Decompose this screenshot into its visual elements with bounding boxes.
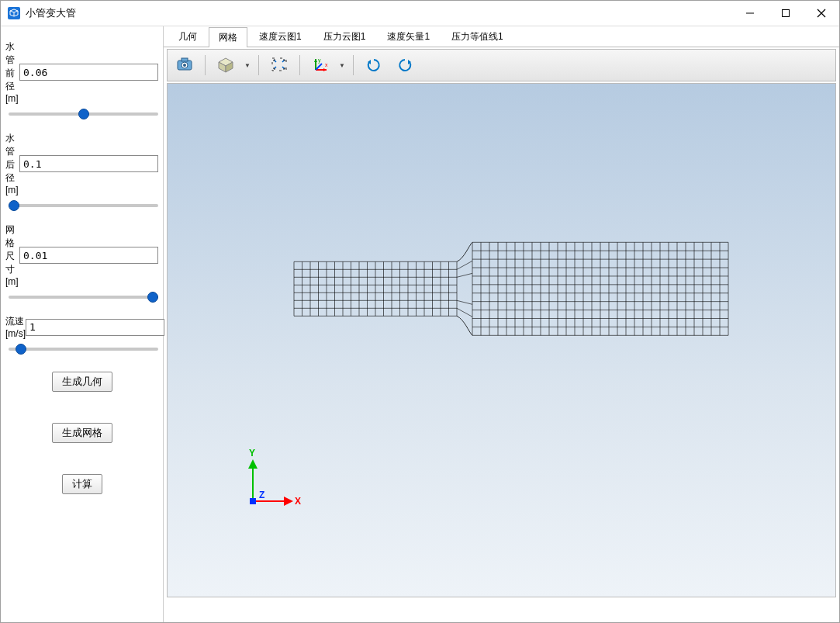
- svg-text:x: x: [325, 62, 328, 67]
- param-input-3[interactable]: [26, 319, 164, 336]
- svg-line-98: [457, 308, 472, 317]
- rotate-cw-button[interactable]: [360, 53, 388, 78]
- isometric-cube-button[interactable]: [212, 53, 240, 78]
- param-input-2[interactable]: [19, 247, 158, 264]
- tab-bar: 几何网格速度云图1压力云图1速度矢量1压力等值线1: [164, 26, 839, 47]
- tab-3[interactable]: 压力云图1: [313, 26, 376, 47]
- axes-icon: xy: [311, 56, 330, 75]
- isometric-cube-icon: [216, 56, 235, 75]
- tab-0[interactable]: 几何: [168, 26, 207, 47]
- content-area: 水管前径[m]水管后径[m]网格尺寸[m]流速[m/s] 生成几何 生成网格 计…: [1, 26, 839, 622]
- param-input-0[interactable]: [19, 64, 158, 81]
- fit-view-button[interactable]: [265, 53, 293, 78]
- fit-view-icon: [270, 56, 289, 75]
- svg-line-95: [457, 261, 472, 269]
- close-icon: [817, 9, 826, 18]
- app-window: 小管变大管 水管前径[m]水管后径[m]网格尺寸[m]流速[m/s] 生成几何 …: [0, 0, 840, 623]
- param-row: 水管后径[m]: [5, 132, 158, 196]
- param-slider-2[interactable]: [9, 296, 158, 299]
- maximize-icon: [781, 9, 790, 18]
- generate-geometry-button[interactable]: 生成几何: [52, 372, 112, 392]
- generate-mesh-button[interactable]: 生成网格: [52, 423, 112, 443]
- compute-button[interactable]: 计算: [62, 474, 102, 494]
- window-title: 小管变大管: [26, 6, 76, 20]
- param-row: 网格尺寸[m]: [5, 223, 158, 287]
- svg-line-97: [457, 300, 472, 304]
- tab-5[interactable]: 压力等值线1: [441, 26, 513, 47]
- app-icon: [7, 6, 21, 20]
- svg-rect-6: [181, 58, 188, 61]
- param-label: 网格尺寸[m]: [5, 223, 19, 287]
- param-label: 水管后径[m]: [5, 132, 19, 196]
- param-slider-0[interactable]: [9, 112, 158, 116]
- rotate-ccw-button[interactable]: [391, 53, 419, 78]
- axes-button[interactable]: xy: [306, 53, 334, 78]
- tab-2[interactable]: 速度云图1: [249, 26, 312, 47]
- toolbar-separator: [299, 55, 300, 75]
- rotate-cw-icon: [365, 56, 383, 75]
- svg-line-96: [457, 273, 472, 277]
- svg-line-17: [316, 64, 322, 70]
- param-label: 水管前径[m]: [5, 40, 19, 104]
- footer-spacer: [164, 599, 839, 622]
- param-row: 水管前径[m]: [5, 40, 158, 104]
- camera-icon: [175, 56, 194, 75]
- param-row: 流速[m/s]: [5, 315, 158, 339]
- param-label: 流速[m/s]: [5, 315, 26, 339]
- tab-1[interactable]: 网格: [209, 27, 247, 47]
- param-slider-3[interactable]: [9, 348, 158, 351]
- svg-text:y: y: [318, 57, 321, 64]
- param-slider-row: [7, 107, 157, 118]
- orientation-axes: X Y Z: [237, 447, 307, 519]
- dropdown-arrow-icon[interactable]: ▼: [337, 62, 347, 69]
- close-button[interactable]: [804, 1, 839, 26]
- toolbar-separator: [353, 55, 354, 75]
- main-panel: 几何网格速度云图1压力云图1速度矢量1压力等值线1 ▼xy▼: [164, 26, 839, 622]
- svg-point-8: [183, 64, 186, 67]
- maximize-button[interactable]: [768, 1, 804, 26]
- viewport-toolbar: ▼xy▼: [167, 49, 836, 81]
- titlebar: 小管变大管: [1, 1, 839, 26]
- axis-z: [250, 498, 256, 504]
- svg-marker-14: [323, 68, 327, 71]
- viewport-3d[interactable]: X Y Z: [167, 83, 836, 597]
- param-input-1[interactable]: [19, 155, 158, 172]
- axis-y-label: Y: [249, 448, 255, 459]
- tab-4[interactable]: 速度矢量1: [377, 26, 440, 47]
- param-slider-1[interactable]: [9, 204, 158, 207]
- param-slider-row: [7, 290, 157, 301]
- rotate-ccw-icon: [396, 56, 414, 75]
- svg-rect-2: [783, 10, 790, 17]
- action-button-area: 生成几何 生成网格 计算: [5, 372, 158, 494]
- toolbar-separator: [205, 55, 206, 75]
- svg-marker-16: [314, 59, 317, 62]
- param-slider-row: [7, 342, 157, 353]
- axis-z-label: Z: [259, 490, 264, 500]
- camera-button[interactable]: [171, 53, 199, 78]
- toolbar-separator: [258, 55, 259, 75]
- param-slider-row: [7, 199, 157, 209]
- mesh-preview: [278, 227, 744, 353]
- axis-x-label: X: [295, 496, 301, 507]
- dropdown-arrow-icon[interactable]: ▼: [243, 62, 252, 69]
- minimize-button[interactable]: [732, 1, 768, 26]
- minimize-icon: [745, 9, 755, 18]
- sidebar: 水管前径[m]水管后径[m]网格尺寸[m]流速[m/s] 生成几何 生成网格 计…: [1, 26, 164, 622]
